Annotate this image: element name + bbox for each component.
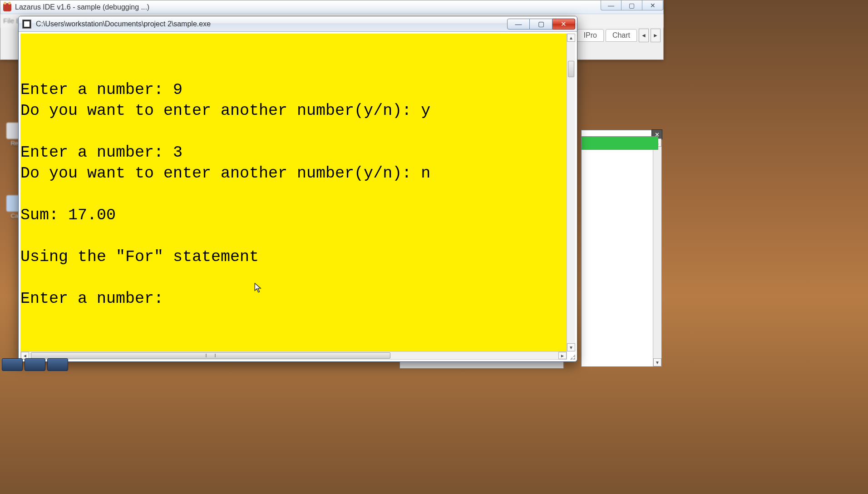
console-body: Enter a number: 9 Do you want to enter a…: [20, 34, 575, 351]
lazarus-icon: [3, 3, 11, 11]
tab-ipro[interactable]: IPro: [577, 29, 604, 42]
scroll-thumb[interactable]: [31, 352, 390, 359]
console-minimize-button[interactable]: —: [507, 19, 530, 30]
desktop-icon-label: Ca: [11, 212, 19, 219]
console-close-button[interactable]: ✕: [552, 19, 575, 30]
ide-title: Lazarus IDE v1.6 - sample (debugging ...…: [15, 3, 149, 11]
ide-maximize-button[interactable]: ▢: [621, 0, 642, 10]
editor-pane: ✕ ▲ ▼: [581, 130, 662, 367]
console-titlebar[interactable]: C:\Users\workstation\Documents\project 2…: [19, 16, 577, 32]
scroll-down-icon[interactable]: ▼: [653, 358, 661, 366]
console-maximize-button[interactable]: ▢: [530, 19, 552, 30]
taskbar: [0, 358, 93, 371]
editor-current-line-highlight: [581, 136, 658, 150]
console-title: C:\Users\workstation\Documents\project 2…: [36, 20, 507, 28]
console-vertical-scrollbar[interactable]: ▲ ▼: [567, 34, 575, 351]
console-horizontal-scrollbar[interactable]: ◄ ►: [20, 351, 567, 360]
desktop-icon-label: Re: [11, 140, 19, 147]
ide-close-button[interactable]: ✕: [642, 0, 663, 10]
tab-scroll-left-icon[interactable]: ◄: [639, 29, 649, 42]
tab-scroll-right-icon[interactable]: ►: [651, 29, 661, 42]
ide-component-tabs: IPro Chart ◄ ►: [577, 29, 661, 42]
console-window: C:\Users\workstation\Documents\project 2…: [18, 16, 577, 362]
taskbar-button[interactable]: [25, 358, 45, 371]
scroll-up-icon[interactable]: ▲: [567, 34, 575, 42]
resize-grip-icon[interactable]: [567, 351, 575, 360]
scroll-right-icon[interactable]: ►: [558, 352, 567, 359]
ide-minimize-button[interactable]: —: [601, 0, 621, 10]
scroll-thumb[interactable]: [568, 61, 574, 77]
editor-vertical-scrollbar[interactable]: ▲ ▼: [653, 138, 661, 366]
ide-window-controls: — ▢ ✕: [601, 0, 663, 10]
ide-titlebar[interactable]: Lazarus IDE v1.6 - sample (debugging ...…: [0, 0, 663, 14]
console-window-controls: — ▢ ✕: [507, 19, 575, 30]
console-app-icon: [22, 20, 31, 29]
taskbar-button[interactable]: [47, 358, 68, 371]
tab-chart[interactable]: Chart: [606, 29, 637, 42]
taskbar-button[interactable]: [2, 358, 23, 371]
console-output[interactable]: Enter a number: 9 Do you want to enter a…: [20, 49, 567, 336]
scroll-down-icon[interactable]: ▼: [567, 343, 575, 351]
